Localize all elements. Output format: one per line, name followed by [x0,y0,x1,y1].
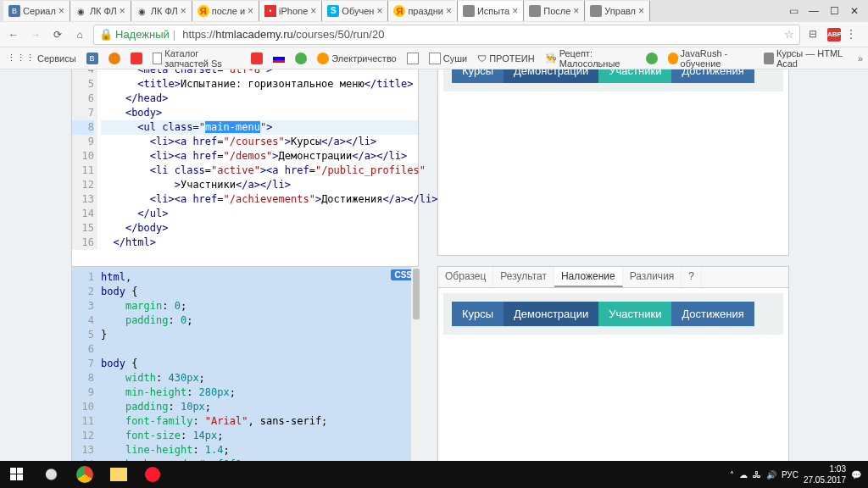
menu-participants[interactable]: Участники [598,69,671,83]
green-icon [646,53,658,64]
bookmark[interactable]: Курсы — HTML Acad [762,47,850,70]
notifications-icon[interactable]: 💬 [851,470,861,480]
menu-achievements[interactable]: Достижения [671,302,754,326]
tab-4[interactable]: ▪iPhone× [259,1,322,21]
star-icon[interactable]: ☆ [784,28,794,41]
taskbar[interactable]: ⚪ ˄ ☁ 🖧 🔊 РУС 1:03 27.05.2017 💬 [0,461,868,488]
menu-courses[interactable]: Курсы [452,69,504,83]
tab-1[interactable]: ◉ЛК ФЛ× [70,1,131,21]
code-body[interactable]: <head> <meta charset="utf-8"> <title>Исп… [97,69,418,250]
line-gutter: 12345678910111213141516171819 [72,267,97,461]
bm-label: Рецепт: Малосольные [559,48,637,69]
bookmark[interactable] [405,51,420,66]
maximize-icon[interactable]: ☐ [829,6,839,16]
bookmark[interactable] [644,51,659,66]
close-icon[interactable]: × [512,5,518,17]
html-editor[interactable]: 345678910111213141516 <head> <meta chars… [71,69,419,280]
ru-flag-icon [273,54,285,63]
home-button[interactable]: ⌂ [71,26,88,43]
overflow-icon[interactable]: » [858,53,863,64]
network-icon[interactable]: 🖧 [753,470,761,480]
search-button[interactable]: ⚪ [34,461,68,488]
scrollbar-thumb[interactable] [413,269,420,319]
bookmark[interactable]: Электричество [315,51,398,66]
close-icon[interactable]: × [248,5,253,17]
bookmark[interactable]: B [85,51,100,66]
tab-9[interactable]: Управл× [585,1,650,21]
reload-button[interactable]: ⟳ [49,26,66,43]
minimize-icon[interactable]: — [809,6,819,16]
close-icon[interactable]: × [446,5,452,17]
close-icon[interactable]: × [310,5,316,17]
tab-label: ЛК ФЛ [90,6,117,16]
tab-8[interactable]: После× [524,1,585,21]
close-icon[interactable]: × [120,5,125,17]
close-icon[interactable]: × [181,5,186,17]
bookmark[interactable] [271,53,287,64]
bookmark[interactable]: JavaRush - обучение [666,47,755,70]
bookmark[interactable] [293,51,309,66]
apps-button[interactable]: ⋮⋮⋮ Сервисы [5,51,78,65]
system-tray[interactable]: ˄ ☁ 🖧 🔊 РУС 1:03 27.05.2017 💬 [723,463,868,485]
favicon: ◉ [136,5,148,17]
volume-icon[interactable]: 🔊 [766,470,776,480]
bookmark[interactable] [129,51,144,66]
close-window-icon[interactable]: ✕ [849,6,860,16]
tab-6[interactable]: Япраздни× [388,1,458,21]
start-button[interactable] [0,461,34,488]
orange-icon [317,53,329,64]
close-icon[interactable]: × [376,5,382,17]
bookmark[interactable] [107,51,122,66]
bookmark[interactable]: 👨‍🍳 Рецепт: Малосольные [543,47,638,70]
db-icon[interactable]: ⊟ [809,28,822,42]
close-icon[interactable]: × [58,5,64,17]
menu-courses[interactable]: Курсы [452,302,504,326]
tab-result[interactable]: Результат [493,267,554,287]
tab-2[interactable]: ◉ЛК ФЛ× [131,1,192,21]
orange-icon [668,53,677,64]
tab-0[interactable]: BСериал× [3,1,70,21]
menu-demos[interactable]: Демонстрации [504,302,598,326]
red-icon [251,53,263,64]
preview-body: Курсы Демонстрации Участники Достижения [443,69,783,92]
tab-help[interactable]: ? [682,267,702,287]
chrome-button[interactable] [68,461,102,488]
menu-participants[interactable]: Участники [598,302,671,326]
cloud-icon[interactable]: ☁ [739,470,748,480]
bookmark[interactable]: Каталог запчастей Ss [151,47,243,70]
css-editor[interactable]: CSS 12345678910111213141516171819 html,b… [71,266,419,461]
back-button[interactable]: ← [5,26,22,43]
bookmark[interactable]: 🛡 ПРОТЕИН [476,52,536,65]
tab-label: Сериал [23,6,56,16]
close-icon[interactable]: × [638,5,644,17]
menu-demos[interactable]: Демонстрации [504,69,598,83]
tab-3[interactable]: Япосле и× [192,1,259,21]
tab-7[interactable]: Испыта× [458,1,524,21]
abp-icon[interactable]: ABP [827,28,841,42]
tab-sample[interactable]: Образец [438,267,493,287]
vk-icon: B [8,5,20,17]
menu-icon[interactable]: ⋮ [846,28,860,42]
bm-label: Курсы — HTML Acad [776,48,849,69]
tab-diff[interactable]: Различия [623,267,682,287]
clock[interactable]: 1:03 27.05.2017 [804,463,846,485]
code-body[interactable]: html,body { margin: 0; padding: 0;} body… [97,267,418,461]
preview-top: Курсы Демонстрации Участники Достижения [437,69,789,256]
profile-icon[interactable]: ▭ [788,6,798,16]
close-icon[interactable]: × [573,5,579,17]
bookmark[interactable] [249,51,264,66]
lang-indicator[interactable]: РУС [782,470,798,480]
secure-badge: 🔒 Надежный [99,28,170,41]
tab-5[interactable]: SОбучен× [322,1,388,21]
explorer-button[interactable] [102,461,136,488]
tray-up-icon[interactable]: ˄ [730,470,734,480]
tab-overlay[interactable]: Наложение [554,267,623,287]
menu-achievements[interactable]: Достижения [671,69,754,83]
url-bar[interactable]: 🔒 Надежный | https://htmlacademy.ru/cour… [93,25,800,45]
yandex-icon: Я [393,5,405,17]
opera-button[interactable] [136,461,170,488]
tab-label: Управл [604,6,636,16]
scrollbar[interactable] [411,267,421,461]
favicon [463,5,475,17]
bookmark[interactable]: Суши [427,51,469,66]
